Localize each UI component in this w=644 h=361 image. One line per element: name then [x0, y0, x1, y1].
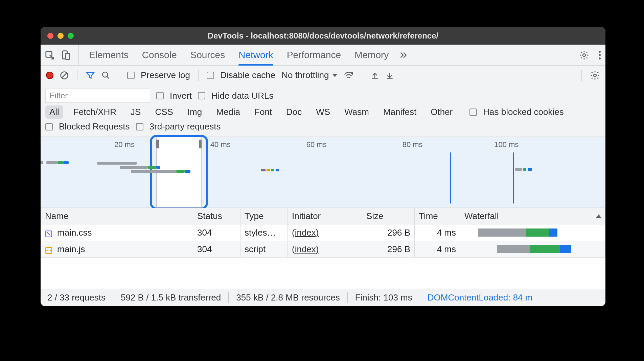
- col-status[interactable]: Status: [193, 208, 240, 224]
- type-filter-ws[interactable]: WS: [312, 105, 334, 119]
- svg-point-8: [102, 72, 108, 77]
- type-filter-fetchxhr[interactable]: Fetch/XHR: [69, 105, 120, 119]
- cell-status: 304: [193, 241, 240, 258]
- filter-bar: Invert Hide data URLs AllFetch/XHRJSCSSI…: [41, 85, 605, 137]
- upload-har-icon[interactable]: [370, 71, 379, 80]
- filter-input[interactable]: [45, 89, 150, 103]
- table-row[interactable]: main.css304styles…(index)296 B4 ms: [41, 224, 605, 241]
- request-name: main.css: [57, 227, 92, 238]
- type-filter-wasm[interactable]: Wasm: [340, 105, 373, 119]
- type-filter-img[interactable]: Img: [183, 105, 206, 119]
- overview-tick: 80 ms: [402, 140, 425, 149]
- divider: [362, 70, 362, 81]
- type-filter-all[interactable]: All: [45, 105, 63, 119]
- overview-timeline[interactable]: 20 ms40 ms60 ms80 ms100 ms: [41, 137, 605, 208]
- status-resources: 355 kB / 2.8 MB resources: [229, 292, 347, 303]
- preserve-log-label: Preserve log: [141, 70, 190, 80]
- more-panels-icon[interactable]: [397, 45, 409, 65]
- preserve-log-checkbox[interactable]: [127, 72, 135, 79]
- cell-status: 304: [193, 224, 240, 241]
- type-filter-media[interactable]: Media: [212, 105, 244, 119]
- load-line: [513, 152, 514, 203]
- disable-cache-label: Disable cache: [220, 70, 275, 80]
- panel-tabs: ElementsConsoleSourcesNetworkPerformance…: [89, 45, 389, 65]
- has-blocked-cookies-checkbox[interactable]: [469, 109, 477, 116]
- titlebar: DevTools - localhost:8080/docs/devtools/…: [41, 27, 605, 45]
- cell-type: script: [240, 241, 288, 258]
- cell-waterfall: [460, 241, 605, 258]
- col-type[interactable]: Type: [240, 208, 288, 224]
- type-filter-doc[interactable]: Doc: [282, 105, 306, 119]
- minimize-window-button[interactable]: [58, 33, 64, 39]
- svg-point-9: [351, 72, 353, 74]
- col-name[interactable]: Name: [41, 208, 193, 224]
- divider: [119, 70, 119, 81]
- type-filter-font[interactable]: Font: [250, 105, 276, 119]
- initiator-link[interactable]: (index): [292, 227, 319, 238]
- hide-data-urls-label: Hide data URLs: [211, 91, 274, 101]
- caret-down-icon: [332, 74, 338, 77]
- selection-handle-left[interactable]: [156, 140, 159, 148]
- invert-checkbox[interactable]: [156, 92, 164, 99]
- record-button[interactable]: [46, 72, 53, 79]
- type-filter-js[interactable]: JS: [127, 105, 145, 119]
- overview-tick: 40 ms: [210, 140, 233, 149]
- blocked-requests-checkbox[interactable]: [45, 123, 53, 130]
- svg-point-10: [594, 74, 596, 77]
- cell-time: 4 ms: [415, 224, 460, 241]
- invert-label: Invert: [170, 91, 192, 101]
- tab-sources[interactable]: Sources: [190, 45, 225, 65]
- type-filter-css[interactable]: CSS: [151, 105, 177, 119]
- network-settings-icon[interactable]: [590, 70, 600, 80]
- tab-console[interactable]: Console: [142, 45, 177, 65]
- overview-tick: 20 ms: [114, 140, 137, 149]
- throttling-select[interactable]: No throttling: [281, 70, 338, 80]
- svg-point-6: [599, 57, 601, 59]
- device-toolbar-icon[interactable]: [61, 50, 71, 60]
- tab-network[interactable]: Network: [238, 45, 273, 65]
- col-size[interactable]: Size: [362, 208, 415, 224]
- divider: [77, 70, 77, 81]
- svg-point-3: [583, 54, 585, 56]
- disable-cache-checkbox[interactable]: [207, 72, 214, 79]
- col-initiator[interactable]: Initiator: [288, 208, 362, 224]
- cell-size: 296 B: [362, 224, 415, 241]
- kebab-menu-icon[interactable]: [598, 50, 601, 60]
- devtools-window: DevTools - localhost:8080/docs/devtools/…: [41, 27, 605, 306]
- tab-elements[interactable]: Elements: [89, 45, 129, 65]
- overview-tick: 100 ms: [494, 140, 521, 149]
- tab-performance[interactable]: Performance: [287, 45, 341, 65]
- divider: [198, 70, 199, 81]
- hide-data-urls-checkbox[interactable]: [198, 92, 205, 99]
- status-requests: 2 / 33 requests: [47, 292, 113, 303]
- network-conditions-icon[interactable]: [344, 71, 354, 80]
- table-row[interactable]: main.js304script(index)296 B4 ms: [41, 241, 605, 258]
- close-window-button[interactable]: [47, 33, 53, 39]
- selection-handle-right[interactable]: [199, 140, 202, 148]
- search-icon[interactable]: [101, 71, 111, 80]
- col-time[interactable]: Time: [415, 208, 460, 224]
- settings-icon[interactable]: [579, 50, 589, 60]
- filter-icon[interactable]: [86, 71, 95, 80]
- status-domcontentloaded: DOMContentLoaded: 84 m: [420, 292, 533, 303]
- panel-tabstrip: ElementsConsoleSourcesNetworkPerformance…: [41, 45, 605, 66]
- sort-indicator-icon: [596, 214, 602, 218]
- col-waterfall[interactable]: Waterfall: [460, 208, 605, 224]
- tab-memory[interactable]: Memory: [354, 45, 389, 65]
- third-party-checkbox[interactable]: [136, 123, 143, 130]
- download-har-icon[interactable]: [385, 71, 394, 80]
- svg-point-4: [599, 51, 601, 53]
- cell-waterfall: [460, 224, 605, 241]
- svg-rect-2: [66, 53, 70, 59]
- window-title: DevTools - localhost:8080/docs/devtools/…: [208, 31, 438, 41]
- cell-type: styles…: [240, 224, 288, 241]
- type-filter-manifest[interactable]: Manifest: [379, 105, 420, 119]
- cell-time: 4 ms: [415, 241, 460, 258]
- clear-icon[interactable]: [60, 71, 69, 80]
- throttling-value: No throttling: [281, 70, 329, 80]
- initiator-link[interactable]: (index): [292, 244, 319, 254]
- type-filter-other[interactable]: Other: [427, 105, 457, 119]
- zoom-window-button[interactable]: [68, 33, 74, 39]
- inspect-element-icon[interactable]: [45, 50, 55, 60]
- status-finish: Finish: 103 ms: [348, 292, 420, 303]
